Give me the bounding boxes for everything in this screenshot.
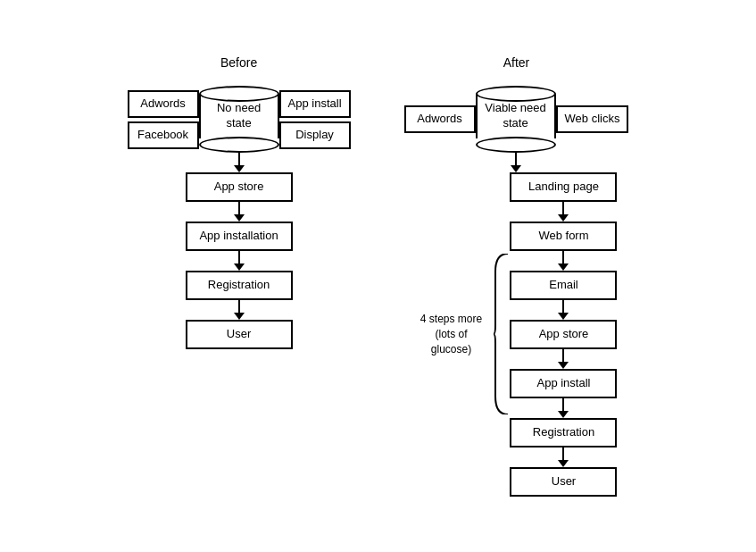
- after-top-cluster: Adwords Viable need state Web clicks: [404, 86, 629, 153]
- before-arrow-line-2: [238, 251, 240, 263]
- before-flow-0: App store: [186, 172, 293, 202]
- after-flow-4: App install: [510, 369, 617, 398]
- before-flow-1: App installation: [186, 222, 293, 251]
- before-arrow-line-1: [238, 202, 240, 214]
- before-left-boxes: Adwords Facebook: [128, 90, 199, 149]
- before-cylinder-bottom: [199, 137, 279, 153]
- after-left-boxes: Adwords: [404, 105, 476, 133]
- before-arrow-head-2: [234, 263, 245, 271]
- before-arrow-line-0: [238, 153, 240, 165]
- before-top-cluster: Adwords Facebook No need state App insta…: [128, 86, 351, 153]
- before-arrow-head-3: [234, 313, 245, 320]
- after-arrow-2: [558, 251, 569, 271]
- brace-icon: [492, 254, 510, 414]
- after-arrow-head-0: [511, 165, 521, 172]
- before-arrow-head-0: [234, 165, 245, 172]
- after-arrow-6: [558, 447, 569, 467]
- before-arrow-0: [234, 153, 245, 172]
- before-title: Before: [220, 55, 257, 70]
- after-flow-1: Web form: [510, 222, 617, 251]
- before-right-boxes: App install Display: [279, 90, 351, 149]
- before-arrow-1: [234, 202, 245, 222]
- after-brace-section: 4 steps more (lots of glucose) Landing p…: [415, 172, 617, 496]
- after-section: After Adwords Viable need state Web clic…: [404, 55, 629, 496]
- before-arrow-3: [234, 300, 245, 320]
- after-arrow-0: [511, 153, 521, 172]
- after-arrow-head-3: [558, 313, 569, 320]
- after-flow-5: Registration: [510, 418, 617, 447]
- after-arrow-head-6: [558, 460, 569, 467]
- before-flow-2: Registration: [186, 271, 293, 300]
- before-flow-3: User: [186, 320, 293, 349]
- after-arrow-line-0: [515, 153, 517, 165]
- after-arrow-head-1: [558, 214, 569, 222]
- before-section: Before Adwords Facebook No need state Ap…: [128, 55, 351, 349]
- after-cylinder-bottom: [476, 137, 556, 153]
- after-adwords-box: Adwords: [404, 105, 476, 133]
- after-right-boxes: Web clicks: [556, 105, 629, 133]
- after-webclicks-box: Web clicks: [556, 105, 629, 133]
- before-adwords-box: Adwords: [128, 90, 199, 118]
- after-arrow-head-4: [558, 362, 569, 369]
- after-cylinder: Viable need state: [476, 86, 556, 153]
- after-flow-2: Email: [510, 271, 617, 300]
- before-arrow-line-3: [238, 300, 240, 313]
- after-arrow-3: [558, 300, 569, 320]
- after-arrow-line-1: [562, 202, 564, 214]
- diagram-container: Before Adwords Facebook No need state Ap…: [92, 38, 665, 514]
- after-arrow-head-2: [558, 263, 569, 271]
- after-flow-3: App store: [510, 320, 617, 349]
- after-arrow-1: [558, 202, 569, 222]
- after-flow-0: Landing page: [510, 172, 617, 202]
- before-appinstall-box: App install: [279, 90, 351, 118]
- after-arrow-head-5: [558, 411, 569, 418]
- before-cylinder: No need state: [199, 86, 279, 153]
- after-arrow-line-4: [562, 349, 564, 362]
- after-arrow-4: [558, 349, 569, 369]
- before-display-box: Display: [279, 121, 351, 149]
- before-facebook-box: Facebook: [128, 121, 199, 149]
- after-flow-6: User: [510, 467, 617, 497]
- after-flow: Landing page Web form Email App store: [510, 172, 617, 496]
- brace-text: 4 steps more (lots of glucose): [415, 312, 486, 356]
- after-arrow-line-3: [562, 300, 564, 313]
- after-arrow-line-2: [562, 251, 564, 263]
- before-arrow-head-1: [234, 214, 245, 222]
- after-title: After: [503, 55, 530, 70]
- after-arrow-line-6: [562, 447, 564, 460]
- after-arrow-line-5: [562, 398, 564, 411]
- before-arrow-2: [234, 251, 245, 271]
- after-arrow-5: [558, 398, 569, 418]
- brace-label: 4 steps more (lots of glucose): [415, 254, 510, 414]
